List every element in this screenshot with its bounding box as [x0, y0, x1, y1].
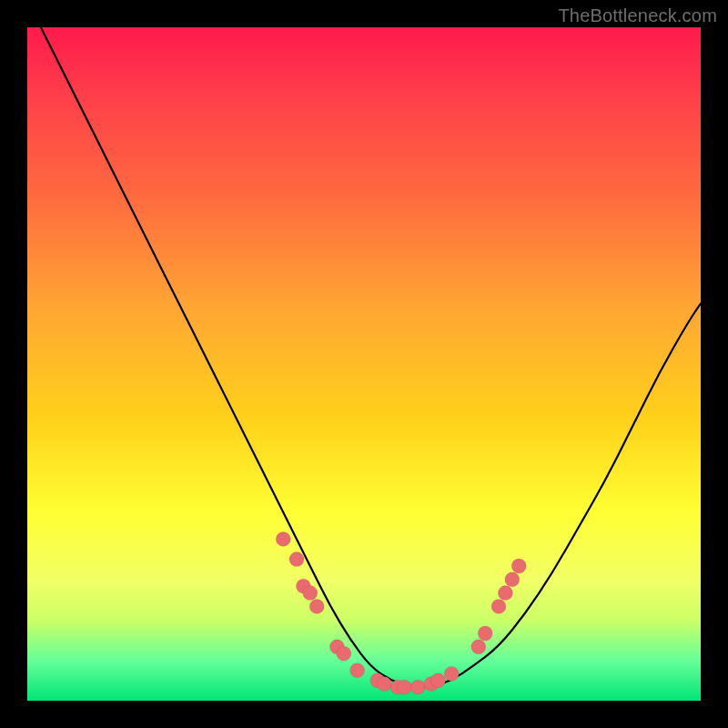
- data-marker: [430, 673, 445, 688]
- watermark-text: TheBottleneck.com: [558, 5, 717, 26]
- data-marker: [397, 680, 411, 694]
- data-marker: [478, 626, 492, 641]
- data-marker: [491, 599, 506, 613]
- data-marker: [337, 646, 351, 661]
- data-marker: [511, 559, 526, 573]
- data-marker: [471, 640, 486, 654]
- chart-svg: [27, 27, 701, 701]
- marker-group: [276, 531, 526, 694]
- data-marker: [276, 531, 290, 546]
- data-marker: [303, 586, 318, 601]
- data-marker: [444, 666, 459, 681]
- data-marker: [410, 680, 425, 694]
- data-marker: [289, 552, 304, 567]
- data-marker: [377, 677, 391, 692]
- bottleneck-curve: [41, 27, 701, 687]
- chart-frame: TheBottleneck.com: [0, 0, 728, 728]
- plot-area: [27, 27, 701, 701]
- data-marker: [498, 586, 512, 601]
- data-marker: [505, 572, 520, 587]
- data-marker: [309, 599, 324, 613]
- data-marker: [350, 663, 365, 678]
